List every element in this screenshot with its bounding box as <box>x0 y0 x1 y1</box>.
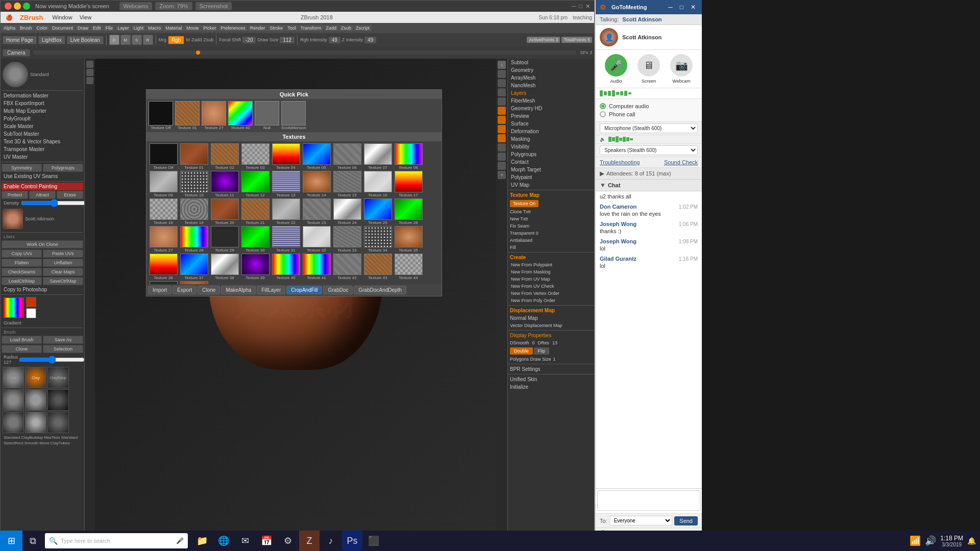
z-intensity-value[interactable]: 49 <box>364 37 376 43</box>
fix-seam-btn[interactable]: Fix Seam <box>508 222 594 230</box>
rp-arraymesh[interactable]: ArrayMesh <box>508 74 594 82</box>
maximize-btn[interactable] <box>23 3 30 10</box>
menu-preferences[interactable]: Preferences <box>218 25 248 31</box>
menu-movie[interactable]: Movie <box>184 25 201 31</box>
brush-clay[interactable]: Clay <box>25 367 46 388</box>
rp-preview[interactable]: Preview <box>508 112 594 120</box>
gtm-speakers-select[interactable]: Speakers (Stealth 600) <box>600 145 698 155</box>
work-on-clone-btn[interactable]: Work On Clone <box>2 240 83 248</box>
taskbar-chrome[interactable]: 🌐 <box>213 531 234 551</box>
menu-color[interactable]: Color <box>35 25 50 31</box>
texture-item-41[interactable]: Texture 41 <box>302 254 331 280</box>
qp-texture-off[interactable]: Texture Off <box>149 101 173 130</box>
taskbar-mail[interactable]: ✉ <box>235 531 255 551</box>
texture-item-32[interactable]: Texture 32 <box>302 226 331 253</box>
copy-uvs-btn[interactable]: Copy UVs <box>2 249 42 258</box>
plugin-polygroupit[interactable]: PolyGroupIt <box>2 115 83 122</box>
texture-item-31[interactable]: Texture 31 <box>271 226 301 253</box>
rp-uvmap[interactable]: UV Map <box>508 181 594 189</box>
menu-layer[interactable]: Layer <box>115 25 131 31</box>
density-slider[interactable] <box>21 201 85 205</box>
texture-item-20[interactable]: Texture 20 <box>210 198 239 225</box>
popup-btn-cropandfill[interactable]: CropAndFill <box>286 286 322 294</box>
gtm-attendees-row[interactable]: ▶ Attendees: 8 of 151 (max) <box>596 168 702 180</box>
flatten-btn[interactable]: Flatten <box>2 259 42 267</box>
paste-uvs-btn[interactable]: Paste UVs <box>43 249 83 258</box>
microphone-icon[interactable]: 🎤 <box>176 537 184 544</box>
attract-btn[interactable]: Attract <box>29 191 56 199</box>
camera-btn[interactable]: Camera <box>3 49 30 57</box>
texture-item-26[interactable]: Texture 26 <box>394 198 423 225</box>
icon-1[interactable] <box>86 61 93 68</box>
texture-item-33[interactable]: Texture 33 <box>332 226 362 253</box>
menu-render[interactable]: Render <box>248 25 267 31</box>
rp-bpr-label[interactable]: BPR Settings <box>508 365 594 373</box>
webcams-label[interactable]: Webcams <box>119 2 153 10</box>
close-btn[interactable] <box>5 3 12 10</box>
taskbar-clock[interactable]: 1:18 PM 3/3/2019 <box>940 535 963 547</box>
rgb-btn[interactable]: Rgb <box>168 36 184 44</box>
strip-flat[interactable] <box>498 143 506 152</box>
sound-check-link[interactable]: Sound Check <box>664 159 698 165</box>
new-from-polypaint-btn[interactable]: New From Polypaint <box>508 261 594 268</box>
texture-item-44[interactable]: Texture 44 <box>394 254 423 280</box>
canvas-area[interactable]: Quick Pick Texture Off Texture 01 <box>95 59 496 550</box>
menu-light[interactable]: Light <box>132 25 146 31</box>
menu-draw[interactable]: Draw <box>76 25 90 31</box>
rp-initialize-label[interactable]: Initialize <box>508 383 594 391</box>
texture-item-39[interactable]: Texture 39 <box>240 254 270 280</box>
rp-polygroups[interactable]: Polygroups <box>508 151 594 158</box>
rp-create-label[interactable]: Create <box>508 254 594 261</box>
texture-item-30[interactable]: Texture 30 <box>240 226 270 253</box>
taskview-btn[interactable]: ⧉ <box>22 531 43 551</box>
brush-selectrect[interactable] <box>47 389 69 411</box>
menu-zsub[interactable]: Zsub <box>339 25 353 31</box>
strip-persp[interactable] <box>498 97 506 106</box>
texture-item-1[interactable]: Texture 01 <box>179 143 209 170</box>
texture-on-btn[interactable]: Texture On <box>510 200 538 207</box>
qp-texture-40[interactable]: Texture 40 <box>228 101 253 130</box>
texture-item-46[interactable]: ScottAtkinson <box>179 281 209 284</box>
home-page-btn[interactable]: Home Page <box>3 36 37 44</box>
computer-audio-radio[interactable] <box>600 103 606 109</box>
brush-thumbnail[interactable] <box>3 62 28 87</box>
texture-item-23[interactable]: Texture 23 <box>302 198 331 225</box>
new-from-vertex-btn[interactable]: New From Vertex Order <box>508 290 594 297</box>
scale-btn[interactable]: S <box>132 35 142 45</box>
popup-btn-grabdoc[interactable]: GrabDoc <box>323 286 353 294</box>
strip-question[interactable]: ? <box>498 171 506 179</box>
texture-item-22[interactable]: Texture 22 <box>271 198 301 225</box>
taskbar-terminal[interactable]: ⬛ <box>363 531 384 551</box>
rp-normalmap-label[interactable]: Normal Map <box>508 314 594 322</box>
texture-item-15[interactable]: Texture 15 <box>332 171 362 197</box>
icon-3[interactable] <box>86 77 93 84</box>
menu-alpha[interactable]: Alpha <box>2 25 17 31</box>
title-min-btn[interactable]: ─ <box>572 3 576 10</box>
menu-edit[interactable]: Edit <box>91 25 103 31</box>
taskbar-music[interactable]: ♪ <box>321 531 341 551</box>
popup-btn-filllayer[interactable]: FillLayer <box>257 286 285 294</box>
brush-move[interactable] <box>25 412 46 433</box>
rp-displacement-label[interactable]: Displacement Map <box>508 307 594 314</box>
texture-item-7[interactable]: Texture 07 <box>363 143 393 170</box>
popup-btn-grabdocanddepth[interactable]: GrabDocAndDepth <box>354 286 406 294</box>
gtm-screen-btn[interactable]: 🖥 <box>638 54 660 77</box>
double-btn[interactable]: Double <box>510 347 533 355</box>
gtm-mic-select[interactable]: Microphone (Stealth 600) <box>600 123 698 133</box>
texture-item-13[interactable]: Texture 13 <box>271 171 301 197</box>
strip-doors[interactable] <box>498 79 506 87</box>
menu-document[interactable]: Document <box>50 25 75 31</box>
taskbar-photoshop[interactable]: Ps <box>342 531 362 551</box>
brush-standard2[interactable] <box>25 389 46 411</box>
color-secondary[interactable] <box>26 308 36 318</box>
texture-item-16[interactable]: Texture 16 <box>363 171 393 197</box>
new-from-uvcheck-btn[interactable]: New From UV Check <box>508 283 594 290</box>
title-max-btn[interactable]: □ <box>579 3 582 10</box>
qp-null[interactable]: Null <box>255 101 279 130</box>
draw-btn[interactable]: D <box>109 35 119 45</box>
load-brush-btn[interactable]: Load Brush <box>2 336 42 344</box>
gtm-chat-header[interactable]: ▼ Chat <box>596 180 702 191</box>
rp-subtool[interactable]: Subtool <box>508 59 594 66</box>
new-txtr-btn[interactable]: New Txtr <box>508 215 594 222</box>
save-as-btn[interactable]: Save As <box>43 336 83 344</box>
